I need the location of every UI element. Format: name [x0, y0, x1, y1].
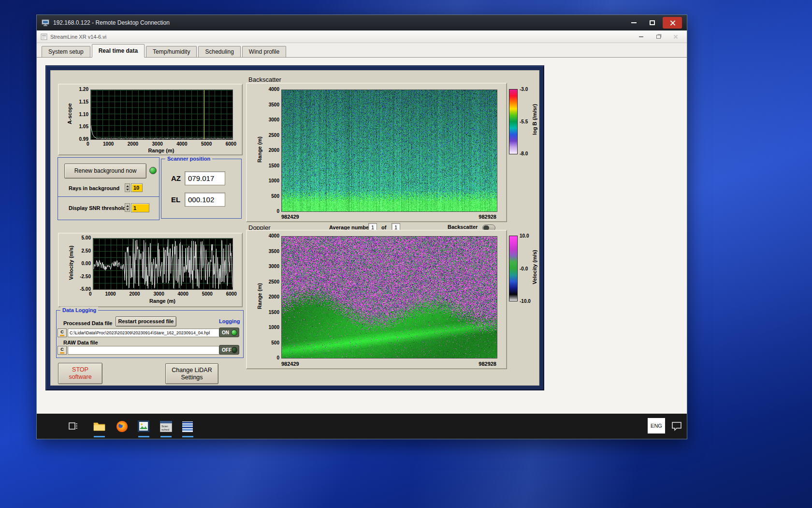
- background-status-led: [149, 167, 157, 174]
- task-view-icon: [68, 421, 78, 432]
- backscatter-x-ticks: 982429982928: [281, 214, 496, 220]
- file-explorer-button[interactable]: [93, 421, 105, 432]
- chat-bubble-icon: [671, 421, 682, 431]
- ascope-plot-panel: A-scope 1.201.151.101.050.99 01000200030…: [58, 84, 243, 155]
- folder-icon: [60, 335, 64, 336]
- backscatter-heatmap[interactable]: [281, 90, 497, 212]
- rdp-window: 192.168.0.122 - Remote Desktop Connectio…: [36, 15, 687, 439]
- elevation-value: 000.102: [185, 193, 225, 207]
- labview-vi-icon: [41, 33, 47, 40]
- tab-real-time-data[interactable]: Real time data: [92, 44, 145, 58]
- raw-path-field[interactable]: [68, 346, 222, 355]
- data-viewer-button[interactable]: [182, 421, 193, 432]
- taskbar-active-indicator: [138, 436, 149, 437]
- tab-temp-humidity[interactable]: Temp/humidity: [146, 46, 197, 57]
- rdp-titlebar[interactable]: 192.168.0.122 - Remote Desktop Connectio…: [37, 15, 687, 30]
- ascope-x-axis-label: Range (m): [90, 148, 232, 153]
- ascope-plot[interactable]: [90, 90, 233, 140]
- change-lidar-settings-button[interactable]: Change LiDAR Settings: [165, 363, 218, 384]
- app-window: StreamLine XR v14-6.vi System setup Real…: [37, 30, 687, 414]
- backscatter-colorbar-label: log B (/m/sr): [532, 98, 537, 141]
- close-icon: [673, 34, 678, 39]
- maximize-icon: [650, 20, 655, 25]
- scan-scheduler-button[interactable]: Scansched: [160, 421, 172, 432]
- processed-path-field[interactable]: [68, 329, 222, 337]
- backscatter-section-title: Backscatter: [248, 76, 281, 83]
- app-restore-button[interactable]: [651, 32, 666, 41]
- processed-path-browse-button[interactable]: C: [58, 329, 67, 337]
- folder-icon: [60, 352, 64, 354]
- processed-logging-toggle[interactable]: ON: [219, 328, 239, 337]
- folder-icon: [93, 421, 105, 431]
- raw-path-browse-button[interactable]: C: [58, 346, 67, 355]
- velocity-x-ticks: 0100020003000400050006000: [89, 291, 237, 297]
- backscatter-toggle-label: Backscatter: [448, 224, 478, 230]
- rays-value-field[interactable]: 10: [131, 183, 143, 192]
- rdp-window-buttons: [626, 17, 682, 29]
- photos-button[interactable]: [138, 420, 149, 432]
- maximize-button[interactable]: [644, 17, 660, 28]
- close-icon: [669, 20, 676, 26]
- tab-system-setup[interactable]: System setup: [42, 46, 90, 57]
- remote-desktop-session: StreamLine XR v14-6.vi System setup Real…: [37, 30, 687, 439]
- minimize-icon: [639, 36, 643, 37]
- tab-strip: System setup Real time data Temp/humidit…: [37, 43, 687, 58]
- snr-threshold-label: Display SNR threshold: [69, 205, 126, 211]
- group-divider: [58, 196, 159, 197]
- desktop-background: 192.168.0.122 - Remote Desktop Connectio…: [0, 0, 812, 508]
- close-button[interactable]: [663, 17, 682, 29]
- restart-processed-file-button[interactable]: Restart processed file: [116, 316, 176, 327]
- snr-value-field[interactable]: 1: [131, 203, 149, 212]
- doppler-heatmap[interactable]: [281, 236, 497, 359]
- rdp-window-title: 192.168.0.122 - Remote Desktop Connectio…: [53, 19, 622, 26]
- data-logging-title: Data Logging: [60, 307, 98, 314]
- processed-data-file-label: Processed Data file: [63, 320, 113, 326]
- ascope-y-ticks: 1.201.151.101.050.99: [68, 87, 88, 142]
- off-led-icon: [232, 347, 237, 353]
- background-controls-group: Renew background now Rays in background …: [58, 157, 160, 220]
- firefox-icon: [116, 420, 128, 433]
- app-titlebar[interactable]: StreamLine XR v14-6.vi: [37, 30, 687, 43]
- stop-software-button[interactable]: STOP software: [58, 363, 102, 384]
- snr-spinner[interactable]: [125, 203, 130, 212]
- doppler-colorbar: [509, 236, 518, 301]
- velocity-plot-panel: Velocity (m/s) 5.002.500.00-2.50-5.00 01…: [58, 233, 243, 307]
- language-indicator[interactable]: ENG: [648, 418, 665, 433]
- svg-text:sched: sched: [161, 428, 169, 431]
- renew-background-button[interactable]: Renew background now: [64, 164, 146, 179]
- doppler-y-ticks: 40003500300025002000150010005000: [259, 233, 279, 360]
- notification-button[interactable]: [671, 421, 682, 432]
- velocity-y-ticks: 5.002.500.00-2.50-5.00: [71, 235, 91, 292]
- app-content: A-scope 1.201.151.101.050.99 01000200030…: [37, 58, 687, 414]
- raw-data-file-label: RAW Data file: [63, 340, 98, 345]
- minimize-button[interactable]: [626, 17, 641, 28]
- scanner-position-group: Scanner position AZ 079.017 EL 000.102: [161, 159, 242, 219]
- data-logging-group: Data Logging Processed Data file Restart…: [56, 310, 244, 358]
- raw-logging-toggle[interactable]: OFF: [219, 345, 239, 355]
- azimuth-value: 079.017: [185, 171, 225, 185]
- firefox-button[interactable]: [116, 420, 128, 433]
- logging-label: Logging: [219, 318, 240, 324]
- task-view-button[interactable]: [67, 420, 79, 432]
- ascope-x-ticks: 0100020003000400050006000: [87, 141, 236, 147]
- remote-desktop-icon: [42, 19, 49, 27]
- rays-in-background-label: Rays in background: [69, 185, 119, 191]
- tab-scheduling[interactable]: Scheduling: [198, 46, 240, 57]
- backscatter-y-ticks: 40003500300025002000150010005000: [259, 87, 279, 214]
- doppler-panel: Range (m) 400035003000250020001500100050…: [246, 230, 507, 369]
- backscatter-panel: Range (m) 400035003000250020001500100050…: [246, 83, 507, 222]
- restore-icon: [656, 35, 661, 39]
- on-led-icon: [231, 329, 237, 336]
- main-panel-frame: A-scope 1.201.151.101.050.99 01000200030…: [45, 65, 544, 390]
- app-close-button[interactable]: [668, 32, 683, 41]
- velocity-plot[interactable]: [93, 238, 233, 290]
- taskbar: Scansched ENG: [37, 414, 687, 439]
- rays-spinner[interactable]: [125, 183, 130, 192]
- tab-wind-profile[interactable]: Wind profile: [242, 46, 286, 57]
- svg-text:Scan: Scan: [161, 425, 168, 428]
- app-minimize-button[interactable]: [634, 32, 648, 41]
- photos-icon: [138, 420, 149, 432]
- azimuth-label: AZ: [171, 174, 181, 182]
- elevation-label: EL: [171, 195, 180, 204]
- scan-scheduler-icon: Scansched: [160, 421, 172, 432]
